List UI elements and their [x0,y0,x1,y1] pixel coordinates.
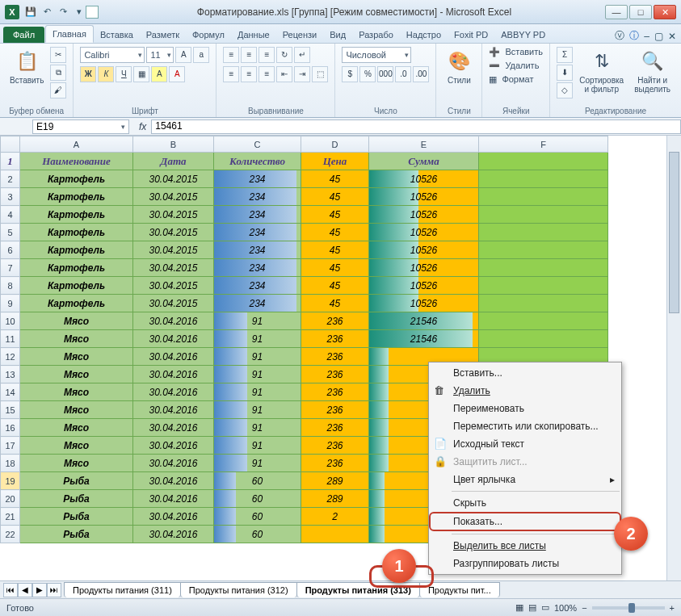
row-header[interactable]: 20 [1,490,20,508]
fx-icon[interactable]: fx [134,121,151,132]
dec-decimal-icon[interactable]: .00 [413,66,429,82]
help-icon[interactable]: ⓘ [629,29,639,43]
column-header[interactable]: E [369,136,479,153]
cell[interactable]: Мясо [20,437,133,455]
sheet-nav-last[interactable]: ⏭ [47,583,61,597]
cell[interactable] [479,241,608,259]
row-header[interactable]: 15 [1,401,20,419]
maximize-button[interactable]: □ [629,5,652,19]
cell[interactable]: 30.04.2016 [133,455,214,472]
column-header[interactable]: B [133,136,214,153]
cell[interactable]: 236 [301,312,369,330]
name-box[interactable]: E19 [32,119,129,134]
cell[interactable]: Мясо [20,348,133,366]
autosum-icon[interactable]: Σ [557,47,573,63]
cell[interactable] [479,188,608,206]
row-header[interactable]: 16 [1,419,20,437]
cell[interactable]: 30.04.2015 [133,259,214,277]
cell[interactable]: Мясо [20,383,133,401]
tab-addins[interactable]: Надстро [400,27,448,43]
tab-data[interactable]: Данные [231,27,276,43]
cell[interactable]: Картофель [20,259,133,277]
zoom-out-icon[interactable]: − [582,603,586,613]
cell[interactable]: 236 [301,419,369,437]
cell[interactable]: Рыба [20,490,133,508]
cell[interactable]: Мясо [20,312,133,330]
clear-icon[interactable]: ◇ [557,82,573,98]
shrink-font-icon[interactable]: a [193,47,209,63]
cell[interactable] [479,259,608,277]
cell[interactable]: Картофель [20,170,133,188]
cell[interactable]: 236 [301,401,369,419]
cell[interactable]: 45 [301,241,369,259]
cell[interactable]: 236 [301,366,369,383]
row-header[interactable]: 6 [1,241,20,259]
cell[interactable]: 91 [214,312,301,330]
save-icon[interactable]: 💾 [24,6,37,19]
cell[interactable]: 30.04.2015 [133,170,214,188]
cell[interactable]: Картофель [20,224,133,241]
cell[interactable]: 60 [214,490,301,508]
cell[interactable]: Картофель [20,206,133,224]
currency-icon[interactable]: $ [342,66,358,82]
cell[interactable]: 30.04.2016 [133,508,214,526]
view-break-icon[interactable]: ▭ [541,602,549,613]
cell[interactable]: 289 [301,472,369,490]
row-header[interactable]: 2 [1,170,20,188]
cell[interactable]: 45 [301,206,369,224]
font-name-combo[interactable]: Calibri [80,47,145,63]
ctx-select-all[interactable]: Выделить все листы [429,537,621,555]
cell[interactable]: 236 [301,437,369,455]
cell[interactable] [479,312,608,330]
format-painter-icon[interactable]: 🖌 [50,82,66,98]
cell[interactable]: 45 [301,277,369,295]
fill-color-icon[interactable]: A [151,66,167,82]
cell[interactable]: 45 [301,188,369,206]
header-cell[interactable]: Сумма [369,153,479,170]
paste-button[interactable]: 📋 Вставить [6,47,47,86]
align-right-icon[interactable]: ≡ [259,66,275,82]
tab-home[interactable]: Главная [45,25,94,43]
column-header[interactable]: D [301,136,369,153]
cell[interactable]: 10526 [369,206,479,224]
align-center-icon[interactable]: ≡ [241,66,257,82]
tab-view[interactable]: Вид [323,27,352,43]
cell[interactable]: 30.04.2016 [133,437,214,455]
cell[interactable]: 234 [214,206,301,224]
italic-button[interactable]: К [98,66,114,82]
styles-button[interactable]: 🎨 Стили [443,47,475,86]
cell[interactable]: 91 [214,419,301,437]
ctx-delete[interactable]: 🗑Удалить [429,382,621,400]
ctx-ungroup[interactable]: Разгруппировать листы [429,555,621,572]
cell[interactable]: 234 [214,224,301,241]
cell[interactable]: 91 [214,383,301,401]
wrap-text-icon[interactable]: ↵ [294,47,310,63]
cell[interactable] [479,295,608,312]
cell[interactable]: 30.04.2016 [133,419,214,437]
cell[interactable]: 91 [214,455,301,472]
format-cells-label[interactable]: Формат [502,74,533,85]
cell[interactable] [479,330,608,348]
row-header[interactable]: 5 [1,224,20,241]
cell[interactable]: Мясо [20,366,133,383]
cell[interactable]: 234 [214,277,301,295]
sheet-tab[interactable]: Продукты питания (312) [180,582,297,597]
win-restore-icon[interactable]: ▢ [654,31,663,42]
number-format-combo[interactable]: Числовой [342,47,411,63]
cut-icon[interactable]: ✂ [50,47,66,63]
cell[interactable]: 30.04.2015 [133,277,214,295]
view-layout-icon[interactable]: ▤ [528,602,536,613]
font-size-combo[interactable]: 11 [146,47,174,63]
cell[interactable]: 21546 [369,330,479,348]
cell[interactable]: 10526 [369,259,479,277]
row-header[interactable]: 9 [1,295,20,312]
row-header[interactable]: 4 [1,206,20,224]
cell[interactable]: Картофель [20,241,133,259]
percent-icon[interactable]: % [359,66,376,82]
header-cell[interactable]: Наименование [20,153,133,170]
zoom-level[interactable]: 100% [554,603,577,613]
sheet-nav-first[interactable]: ⏮ [3,583,18,597]
sheet-nav-prev[interactable]: ◀ [18,583,32,597]
cell[interactable]: 236 [301,330,369,348]
grow-font-icon[interactable]: A [175,47,191,63]
